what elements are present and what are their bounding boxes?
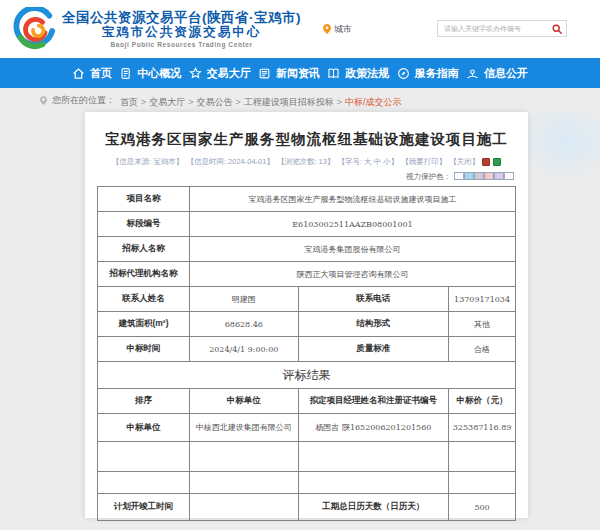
breadcrumb-trading-hall[interactable]: 交易大厅 <box>149 97 185 107</box>
meta-views: 【浏览次数: 13】 <box>277 157 335 167</box>
building-area-value: 68628.46 <box>189 312 298 337</box>
center-title: 宝鸡市公共资源交易中心 <box>62 25 301 39</box>
article-card: 宝鸡港务区国家生产服务型物流枢纽基础设施建设项目施工 【信息来源: 宝鸡市】 【… <box>85 112 528 518</box>
price-header: 中标价（元） <box>449 389 516 414</box>
winner-header: 中标单位 <box>189 389 298 414</box>
center-title-en: Baoji Public Resources Trading Center <box>62 41 301 48</box>
quality-standard-value: 合格 <box>449 337 516 362</box>
breadcrumb-prefix: 您所在的位置： <box>52 94 115 107</box>
nav-item-service-guide[interactable]: 服务指南 <box>397 66 459 81</box>
eye-color-swatch[interactable] <box>504 172 514 180</box>
home-icon <box>72 67 85 80</box>
eye-protect-label: 视力保护色： <box>406 172 451 182</box>
empty-cell <box>449 442 516 472</box>
empty-cell <box>98 472 190 494</box>
section-no-label: 标段编号 <box>98 212 190 237</box>
nav-label: 交易大厅 <box>207 66 251 81</box>
eye-color-swatches <box>454 172 514 182</box>
section-no-value: E6103002511AAZB08001001 <box>189 212 515 237</box>
nav-item-overview[interactable]: 中心概况 <box>119 66 181 81</box>
breadcrumb-announcements[interactable]: 交易公告 <box>197 97 233 107</box>
structure-type-value: 其他 <box>449 312 516 337</box>
breadcrumb-project-bidding[interactable]: 工程建设项目招标投标 <box>244 97 334 107</box>
breadcrumb-separator: > <box>188 97 193 107</box>
result-price: 325387116.89 <box>449 414 516 442</box>
eye-color-swatch[interactable] <box>494 172 504 180</box>
duration-label: 工期总日历天数（日历天） <box>298 494 448 521</box>
empty-cell <box>189 472 298 494</box>
empty-cell <box>189 442 298 472</box>
nav-item-info-disclosure[interactable]: 信息公开 <box>466 66 528 81</box>
project-name-label: 项目名称 <box>98 187 190 212</box>
result-row: 中标单位 中核西北建设集团有限公司 杨国吉 陕1652006201201560 … <box>98 414 516 442</box>
contact-phone-value: 13709171034 <box>449 287 516 312</box>
table-row: 联系人姓名 明建国 联系电话 13709171034 <box>98 287 516 312</box>
bid-result-table: 项目名称 宝鸡港务区国家生产服务型物流枢纽基础设施建设项目施工 标段编号 E61… <box>97 186 516 521</box>
document-icon <box>119 67 132 80</box>
tenderee-label: 招标人名称 <box>98 237 190 262</box>
meta-print[interactable]: 【我要打印】 <box>401 157 446 167</box>
eye-color-swatch[interactable] <box>484 172 494 180</box>
excel-export-icon[interactable] <box>493 158 501 166</box>
breadcrumb-separator: > <box>141 97 146 107</box>
empty-cell <box>98 442 190 472</box>
page: 全国公共资源交易平台(陕西省·宝鸡市) 宝鸡市公共资源交易中心 Baoji Pu… <box>0 0 600 530</box>
empty-row <box>98 472 516 494</box>
search-box <box>437 20 567 37</box>
nav-label: 信息公开 <box>484 66 528 81</box>
nav-item-news[interactable]: 新闻资讯 <box>258 66 320 81</box>
table-row: 建筑面积(m²) 68628.46 结构形式 其他 <box>98 312 516 337</box>
quality-standard-label: 质量标准 <box>298 337 448 362</box>
manager-header: 拟定项目经理姓名和注册证书编号 <box>298 389 448 414</box>
platform-title: 全国公共资源交易平台(陕西省·宝鸡市) <box>62 10 301 26</box>
city-selector[interactable]: 城市 <box>323 23 352 36</box>
empty-cell <box>298 472 448 494</box>
empty-cell <box>449 472 516 494</box>
news-icon <box>258 67 271 80</box>
duration-value: 500 <box>449 494 516 521</box>
compass-icon <box>397 67 410 80</box>
breadcrumb-separator: > <box>337 97 342 107</box>
search-input[interactable] <box>442 24 552 33</box>
result-manager: 杨国吉 陕1652006201201560 <box>298 414 448 442</box>
table-row: 招标人名称 宝鸡港务集团股份有限公司 <box>98 237 516 262</box>
meta-source: 【信息来源: 宝鸡市】 <box>112 157 184 167</box>
building-area-label: 建筑面积(m²) <box>98 312 190 337</box>
eye-color-swatch[interactable] <box>474 172 484 180</box>
star-icon <box>189 67 202 80</box>
meta-font-size[interactable]: 【字号: 大 中 小】 <box>337 157 398 167</box>
breadcrumb: 您所在的位置： 首页>交易大厅>交易公告>工程建设项目招标投标>中标/成交公示 <box>0 88 600 112</box>
plan-dates-label: 计划开竣工时间 <box>98 494 190 521</box>
nav-item-home[interactable]: 首页 <box>72 66 112 81</box>
eye-color-swatch[interactable] <box>464 172 474 180</box>
table-header-row: 排序 中标单位 拟定项目经理姓名和注册证书编号 中标价（元） <box>98 389 516 414</box>
empty-cell <box>298 442 448 472</box>
site-logo[interactable] <box>12 7 56 51</box>
result-company: 中核西北建设集团有限公司 <box>189 414 298 442</box>
table-row: 招标代理机构名称 陕西正大项目管理咨询有限公司 <box>98 262 516 287</box>
word-export-icon[interactable] <box>482 158 490 166</box>
table-row: 中标时间 2024/4/1 9:00:00 质量标准 合格 <box>98 337 516 362</box>
book-icon <box>327 67 340 80</box>
nav-label: 中心概况 <box>137 66 181 81</box>
empty-row <box>98 442 516 472</box>
hand-share-icon <box>466 67 479 80</box>
eye-color-swatch[interactable] <box>454 172 464 180</box>
contact-name-value: 明建国 <box>189 287 298 312</box>
meta-time: 【信息时间: 2024-04-01】 <box>186 157 274 167</box>
search-button[interactable] <box>552 24 562 34</box>
nav-label: 政策法规 <box>345 66 389 81</box>
site-titles: 全国公共资源交易平台(陕西省·宝鸡市) 宝鸡市公共资源交易中心 Baoji Pu… <box>62 10 301 48</box>
award-time-value: 2024/4/1 9:00:00 <box>189 337 298 362</box>
agency-value: 陕西正大项目管理咨询有限公司 <box>189 262 515 287</box>
project-name-value: 宝鸡港务区国家生产服务型物流枢纽基础设施建设项目施工 <box>189 187 515 212</box>
article-title: 宝鸡港务区国家生产服务型物流枢纽基础设施建设项目施工 <box>97 130 516 149</box>
nav-item-policies[interactable]: 政策法规 <box>327 66 389 81</box>
meta-close[interactable]: 【关闭】 <box>449 157 479 167</box>
breadcrumb-current: 中标/成交公示 <box>345 97 402 107</box>
main-nav: 首页 中心概况 交易大厅 新闻资讯 政策法规 服务指南 信息公开 <box>0 58 600 88</box>
nav-item-trading-hall[interactable]: 交易大厅 <box>189 66 251 81</box>
nav-label: 新闻资讯 <box>276 66 320 81</box>
eye-protect-bar: 视力保护色： <box>97 172 516 182</box>
breadcrumb-home[interactable]: 首页 <box>120 97 138 107</box>
